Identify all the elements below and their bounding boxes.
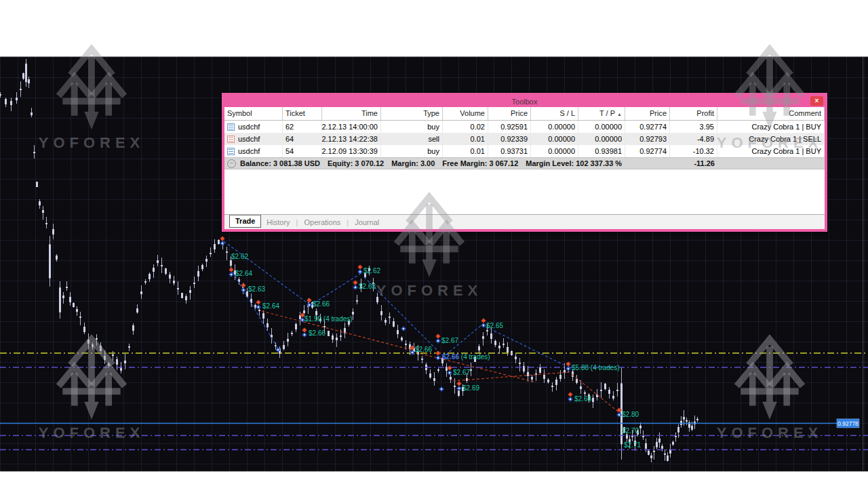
- cell: sell: [381, 133, 443, 145]
- column-header-price[interactable]: Price: [488, 107, 531, 120]
- cell: buy: [381, 145, 443, 157]
- balance-row: − Balance: 3 081.38 USD Equity: 3 070.12…: [224, 157, 825, 169]
- column-header-time[interactable]: Time: [322, 107, 381, 120]
- cell: 0.00000: [578, 121, 625, 133]
- cell: 0.92774: [625, 145, 670, 157]
- column-header-comment[interactable]: Comment: [717, 107, 825, 120]
- profit-total: -11.26: [694, 159, 715, 167]
- cell: 2022.12.13 14:00:00: [322, 121, 381, 133]
- cell: 0.93731: [488, 145, 531, 157]
- tab-operations[interactable]: Operations: [298, 218, 346, 227]
- column-header-price[interactable]: Price: [625, 107, 670, 120]
- margin-level-value: Margin Level: 102 337.33 %: [526, 159, 622, 167]
- column-header-sl[interactable]: S / L: [531, 107, 578, 120]
- toolbox-empty-area: [224, 169, 825, 214]
- cell: Crazy Cobra 1 | BUY: [717, 145, 825, 157]
- cell: usdchf: [224, 133, 283, 145]
- cell: 0.00000: [531, 121, 578, 133]
- cell: 0.02: [443, 121, 488, 133]
- cell: 0.93981: [578, 145, 625, 157]
- column-header-ticket[interactable]: Ticket: [283, 107, 322, 120]
- column-header-symbol[interactable]: Symbol: [224, 107, 283, 120]
- buy-order-icon: [227, 123, 235, 131]
- cell: 0.92793: [625, 133, 670, 145]
- column-header-volume[interactable]: Volume: [443, 107, 488, 120]
- cell: Crazy Cobra 1 | BUY: [717, 121, 825, 133]
- cell: -10.32: [670, 145, 717, 157]
- trade-table-header[interactable]: SymbolTicketTimeTypeVolumePriceS / LT / …: [224, 107, 825, 121]
- table-row[interactable]: usdchf642022.12.13 14:22:38sell0.010.923…: [224, 133, 825, 145]
- cell: 0.01: [443, 133, 488, 145]
- free-margin-value: Free Margin: 3 067.12: [442, 159, 518, 167]
- cell: 0.00000: [578, 133, 625, 145]
- toolbox-titlebar[interactable]: Toolbox ×: [224, 96, 825, 107]
- cell: 0.92591: [488, 121, 531, 133]
- cell: usdchf: [224, 121, 283, 133]
- table-row[interactable]: usdchf622022.12.13 14:00:00buy0.020.9259…: [224, 121, 825, 133]
- equity-value: Equity: 3 070.12: [328, 159, 384, 167]
- column-header-type[interactable]: Type: [381, 107, 443, 120]
- close-icon[interactable]: ×: [810, 96, 823, 106]
- cell: 0.92339: [488, 133, 531, 145]
- cell: buy: [381, 121, 443, 133]
- collapse-minus-icon[interactable]: −: [227, 159, 236, 168]
- tab-separator: |: [296, 218, 298, 226]
- cell: 0.00000: [531, 133, 578, 145]
- cell: 0.92774: [625, 121, 670, 133]
- cell: 54: [283, 145, 322, 157]
- tab-separator: |: [347, 218, 349, 226]
- toolbox-window: Toolbox × SymbolTicketTimeTypeVolumePric…: [222, 93, 827, 232]
- buy-order-icon: [227, 148, 235, 155]
- sell-order-icon: [227, 136, 235, 143]
- cell: 2022.12.13 14:22:38: [322, 133, 381, 145]
- column-header-profit[interactable]: Profit: [670, 107, 717, 120]
- cell: 64: [283, 133, 322, 145]
- toolbox-tabbar: Trade History | Operations | Journal: [224, 214, 825, 229]
- cell: 2022.12.09 13:30:39: [322, 145, 381, 157]
- cell: -4.89: [670, 133, 717, 145]
- balance-value: Balance: 3 081.38 USD: [240, 159, 320, 167]
- tab-history[interactable]: History: [261, 218, 295, 227]
- cell: 0.00000: [531, 145, 578, 157]
- margin-value: Margin: 3.00: [391, 159, 435, 167]
- cell: 3.95: [670, 121, 717, 133]
- cell: 0.01: [443, 145, 488, 157]
- column-header-tp[interactable]: T / P▲: [578, 107, 625, 120]
- tab-trade[interactable]: Trade: [229, 215, 261, 228]
- cell: 62: [283, 121, 322, 133]
- table-row[interactable]: usdchf542022.12.09 13:30:39buy0.010.9373…: [224, 145, 825, 157]
- trade-table-body: usdchf622022.12.13 14:00:00buy0.020.9259…: [224, 121, 825, 157]
- cell: usdchf: [224, 145, 283, 157]
- toolbox-title: Toolbox: [512, 98, 538, 106]
- cell: Crazy Cobra 1 | SELL: [717, 133, 825, 145]
- tab-journal[interactable]: Journal: [349, 218, 384, 227]
- sort-asc-icon: ▲: [617, 112, 622, 117]
